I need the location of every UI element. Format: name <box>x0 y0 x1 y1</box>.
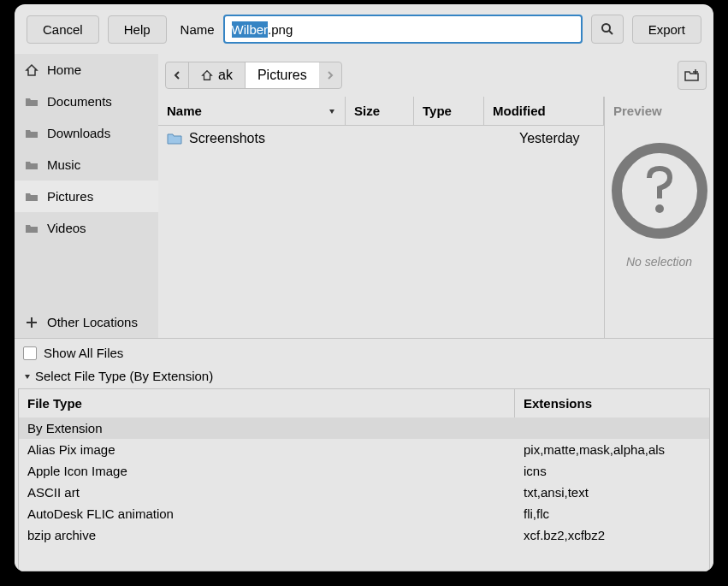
show-all-files-row[interactable]: Show All Files <box>15 339 713 367</box>
file-name: Screenshots <box>189 131 360 146</box>
filetype-header: File Type Extensions <box>19 389 709 417</box>
new-folder-button[interactable] <box>678 61 707 90</box>
folder-icon <box>25 158 38 172</box>
path-forward-button[interactable] <box>319 62 341 88</box>
path-segment-label: ak <box>218 68 233 83</box>
path-back-button[interactable] <box>166 62 188 88</box>
sidebar-item-pictures[interactable]: Pictures <box>15 181 158 212</box>
filetype-row[interactable]: bzip archive xcf.bz2,xcfbz2 <box>19 524 709 546</box>
center-pane: ak Pictures <box>158 54 713 338</box>
svg-point-0 <box>602 24 610 32</box>
sidebar-item-label: Documents <box>47 94 112 109</box>
home-icon <box>25 63 38 77</box>
sidebar-item-label: Videos <box>47 221 86 235</box>
sidebar: Home Documents Downloads Music Pictures … <box>15 54 158 338</box>
filetype-row[interactable]: Apple Icon Image icns <box>19 460 709 482</box>
sidebar-other-locations[interactable]: Other Locations <box>15 306 158 338</box>
show-all-checkbox[interactable] <box>23 346 37 360</box>
sidebar-item-documents[interactable]: Documents <box>15 86 158 117</box>
sidebar-item-label: Music <box>47 157 80 172</box>
folder-icon <box>25 190 38 204</box>
sort-desc-icon <box>328 107 336 115</box>
path-bar: ak Pictures <box>158 54 713 97</box>
preview-header: Preview <box>605 97 713 125</box>
filetype-row[interactable]: Alias Pix image pix,matte,mask,alpha,als <box>19 439 709 460</box>
column-modified[interactable]: Modified <box>484 97 604 125</box>
sidebar-item-home[interactable]: Home <box>15 54 158 86</box>
bottom-panel: Show All Files Select File Type (By Exte… <box>15 338 713 571</box>
filetype-row[interactable]: ASCII art txt,ansi,text <box>19 482 709 503</box>
path-segment-label: Pictures <box>257 68 307 83</box>
sidebar-item-label: Pictures <box>47 189 93 204</box>
question-icon <box>609 140 710 241</box>
name-label: Name <box>181 22 215 37</box>
filename-input[interactable]: Wilber.png <box>223 15 583 44</box>
search-button[interactable] <box>591 15 624 44</box>
preview-noselection: No selection <box>626 255 692 269</box>
path-nav: ak Pictures <box>165 62 342 89</box>
filetype-body[interactable]: By Extension Alias Pix image pix,matte,m… <box>19 417 709 571</box>
folder-icon <box>25 127 38 140</box>
file-modified: Yesterday <box>519 131 595 146</box>
filetype-col-ext[interactable]: Extensions <box>515 389 709 417</box>
folder-icon <box>25 95 38 109</box>
svg-point-7 <box>655 204 664 213</box>
preview-pane: Preview No selection <box>604 97 713 338</box>
filetype-row[interactable]: By Extension <box>19 417 709 439</box>
sidebar-item-label: Home <box>47 62 81 77</box>
path-segment-home[interactable]: ak <box>188 62 245 88</box>
help-button[interactable]: Help <box>108 15 167 44</box>
filetype-expander-label: Select File Type (By Extension) <box>35 369 213 383</box>
sidebar-item-videos[interactable]: Videos <box>15 212 158 244</box>
new-folder-icon <box>684 68 700 83</box>
sidebar-item-label: Other Locations <box>47 315 138 329</box>
show-all-label: Show All Files <box>44 346 123 360</box>
cancel-button[interactable]: Cancel <box>27 15 99 44</box>
file-columns: Name Size Type Modified <box>158 97 604 126</box>
filetype-expander[interactable]: Select File Type (By Extension) <box>15 367 713 388</box>
column-name[interactable]: Name <box>158 97 346 125</box>
file-row[interactable]: Screenshots Yesterday <box>158 126 604 151</box>
file-list[interactable]: Screenshots Yesterday <box>158 126 604 338</box>
filetype-row[interactable]: AutoDesk FLIC animation fli,flc <box>19 503 709 524</box>
column-size[interactable]: Size <box>346 97 414 125</box>
filetype-table: File Type Extensions By Extension Alias … <box>18 388 710 571</box>
sidebar-item-downloads[interactable]: Downloads <box>15 117 158 149</box>
folder-icon <box>25 222 38 235</box>
folder-icon <box>167 132 182 145</box>
search-icon <box>601 22 614 36</box>
export-button[interactable]: Export <box>632 15 701 44</box>
filetype-col-type[interactable]: File Type <box>19 389 515 417</box>
plus-icon <box>25 316 38 329</box>
column-type[interactable]: Type <box>414 97 484 125</box>
chevron-right-icon <box>326 70 334 80</box>
sidebar-item-label: Downloads <box>47 126 110 140</box>
toolbar: Cancel Help Name Wilber.png Export <box>15 4 713 54</box>
path-segment-pictures[interactable]: Pictures <box>245 62 319 88</box>
chevron-left-icon <box>173 70 181 80</box>
home-icon <box>201 69 213 81</box>
chevron-down-icon <box>23 372 32 381</box>
svg-line-1 <box>609 31 613 34</box>
sidebar-item-music[interactable]: Music <box>15 149 158 181</box>
